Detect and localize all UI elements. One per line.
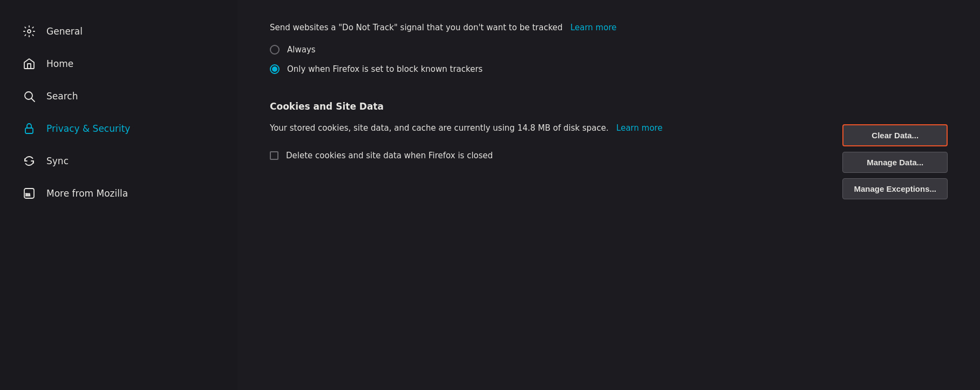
sidebar-item-label-home: Home: [46, 58, 73, 69]
svg-text:m: m: [25, 191, 30, 197]
delete-cookies-checkbox[interactable]: [270, 151, 278, 160]
clear-data-button[interactable]: Clear Data...: [842, 124, 948, 146]
sidebar-item-general[interactable]: General: [5, 16, 232, 46]
radio-option-only-when-blocking[interactable]: Only when Firefox is set to block known …: [270, 64, 948, 74]
sidebar-item-label-privacy-security: Privacy & Security: [46, 123, 130, 134]
cookies-section-body: Your stored cookies, site data, and cach…: [270, 122, 948, 199]
cookies-section: Cookies and Site Data Your stored cookie…: [270, 101, 948, 199]
gear-icon: [22, 24, 37, 39]
cookies-description: Your stored cookies, site data, and cach…: [270, 122, 821, 135]
sidebar: General Home Search Privacy & Security: [0, 0, 237, 390]
svg-rect-3: [25, 128, 33, 133]
do-not-track-description: Send websites a "Do Not Track" signal th…: [270, 22, 948, 34]
search-icon: [22, 89, 37, 104]
do-not-track-section: Send websites a "Do Not Track" signal th…: [270, 22, 948, 74]
delete-cookies-label: Delete cookies and site data when Firefo…: [286, 151, 493, 160]
do-not-track-learn-more[interactable]: Learn more: [570, 23, 617, 32]
cookies-text-area: Your stored cookies, site data, and cach…: [270, 122, 821, 160]
svg-point-0: [28, 30, 31, 33]
radio-always-label: Always: [287, 45, 316, 55]
sidebar-item-more-from-mozilla[interactable]: m More from Mozilla: [5, 178, 232, 209]
manage-data-button[interactable]: Manage Data...: [842, 152, 948, 173]
manage-exceptions-button[interactable]: Manage Exceptions...: [842, 178, 948, 199]
sidebar-item-sync[interactable]: Sync: [5, 146, 232, 176]
lock-icon: [22, 121, 37, 136]
sidebar-item-search[interactable]: Search: [5, 81, 232, 111]
radio-only-when-blocking-indicator[interactable]: [270, 64, 280, 74]
sidebar-item-home[interactable]: Home: [5, 49, 232, 79]
sync-icon: [22, 153, 37, 169]
mozilla-icon: m: [22, 186, 37, 201]
delete-cookies-checkbox-option[interactable]: Delete cookies and site data when Firefo…: [270, 151, 821, 160]
sidebar-item-privacy-security[interactable]: Privacy & Security: [5, 113, 232, 144]
radio-option-always[interactable]: Always: [270, 45, 948, 55]
sidebar-item-label-sync: Sync: [46, 156, 69, 166]
radio-only-when-blocking-label: Only when Firefox is set to block known …: [287, 64, 482, 74]
home-icon: [22, 56, 37, 71]
sidebar-item-label-search: Search: [46, 91, 78, 102]
cookies-learn-more[interactable]: Learn more: [616, 123, 663, 133]
main-content: Send websites a "Do Not Track" signal th…: [237, 0, 980, 390]
radio-always-indicator[interactable]: [270, 45, 280, 55]
cookies-buttons-group: Clear Data... Manage Data... Manage Exce…: [842, 124, 948, 199]
svg-line-2: [32, 99, 35, 102]
sidebar-item-label-more-from-mozilla: More from Mozilla: [46, 188, 128, 199]
sidebar-item-label-general: General: [46, 26, 83, 37]
cookies-section-title: Cookies and Site Data: [270, 101, 948, 112]
